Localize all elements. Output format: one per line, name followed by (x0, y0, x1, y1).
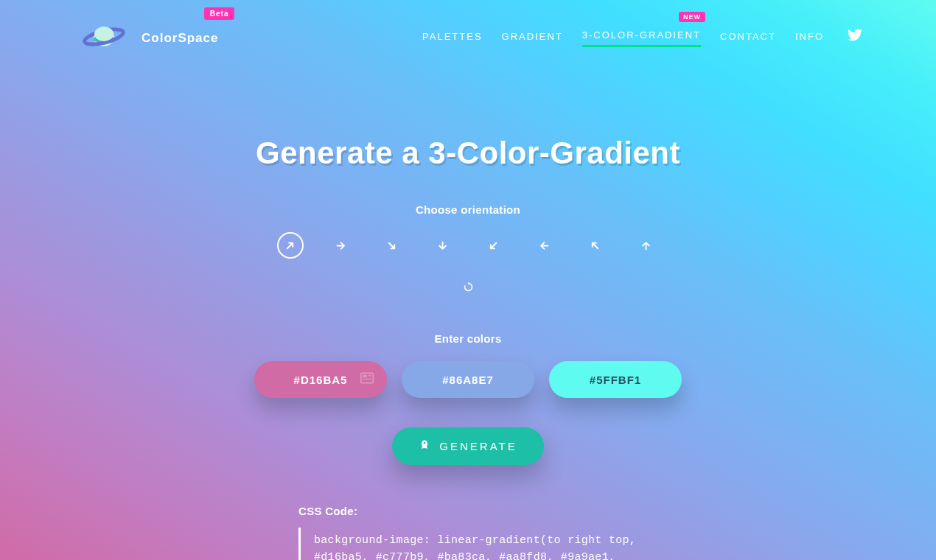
svg-rect-4 (363, 375, 367, 378)
twitter-icon (848, 29, 862, 41)
circular-icon (463, 281, 474, 293)
rocket-icon (419, 439, 430, 453)
colors-label: Enter colors (122, 332, 814, 345)
brand[interactable]: ColorSpace Beta (81, 22, 218, 55)
nav-3-color-gradient-label: 3-COLOR-GRADIENT (582, 29, 701, 41)
svg-point-2 (94, 27, 113, 41)
arrow-down-right-icon (386, 240, 397, 251)
color-inputs (122, 361, 814, 398)
color-input-2[interactable] (402, 361, 534, 398)
brand-name: ColorSpace (142, 31, 218, 46)
orientation-options (122, 232, 814, 259)
generate-button[interactable]: GENERATE (392, 427, 543, 465)
orientation-down[interactable] (430, 232, 456, 259)
nav-3-color-gradient[interactable]: 3-COLOR-GRADIENT NEW (582, 29, 701, 47)
nav-gradient[interactable]: GRADIENT (502, 31, 563, 46)
orientation-circular-row (122, 273, 814, 300)
main: Generate a 3-Color-Gradient Choose orien… (122, 55, 814, 560)
orientation-up[interactable] (633, 232, 660, 259)
beta-badge: Beta (204, 7, 235, 20)
new-badge: NEW (679, 12, 705, 22)
color-picker-icon[interactable] (360, 372, 374, 387)
css-output: CSS Code: background-image: linear-gradi… (298, 505, 638, 560)
svg-rect-3 (361, 373, 374, 383)
orientation-circular[interactable] (455, 273, 481, 300)
arrow-up-right-icon (284, 240, 296, 251)
arrow-up-left-icon (590, 240, 601, 251)
orientation-right[interactable] (328, 232, 355, 259)
page-title: Generate a 3-Color-Gradient (122, 136, 814, 171)
svg-rect-6 (363, 379, 371, 380)
arrow-up-icon (640, 240, 652, 251)
planet-icon (81, 22, 127, 55)
color-input-3[interactable] (549, 361, 682, 398)
orientation-left[interactable] (531, 232, 558, 259)
main-nav: PALETTES GRADIENT 3-COLOR-GRADIENT NEW C… (422, 29, 862, 48)
arrow-right-icon (335, 240, 346, 251)
arrow-down-left-icon (488, 240, 499, 251)
orientation-up-right[interactable] (277, 232, 304, 259)
orientation-up-left[interactable] (582, 232, 609, 259)
nav-info[interactable]: INFO (795, 31, 824, 46)
arrow-down-icon (437, 240, 448, 251)
css-title: CSS Code: (298, 505, 638, 517)
generate-label: GENERATE (439, 440, 517, 452)
css-code[interactable]: background-image: linear-gradient(to rig… (298, 528, 638, 560)
orientation-down-left[interactable] (481, 232, 507, 259)
orientation-label: Choose orientation (122, 203, 814, 216)
nav-contact[interactable]: CONTACT (720, 31, 776, 46)
header: ColorSpace Beta PALETTES GRADIENT 3-COLO… (0, 0, 936, 55)
arrow-left-icon (539, 240, 550, 251)
nav-palettes[interactable]: PALETTES (422, 31, 483, 46)
twitter-link[interactable] (848, 29, 862, 48)
orientation-down-right[interactable] (379, 232, 405, 259)
svg-rect-5 (369, 375, 372, 377)
